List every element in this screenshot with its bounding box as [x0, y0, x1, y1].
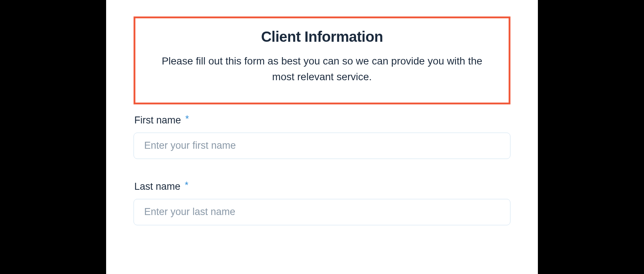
- first-name-input[interactable]: [134, 133, 510, 159]
- form-description: Please fill out this form as best you ca…: [150, 53, 494, 85]
- last-name-label-row: Last name *: [134, 181, 510, 192]
- form-header-box: Client Information Please fill out this …: [134, 16, 510, 104]
- form-page: Client Information Please fill out this …: [106, 0, 538, 274]
- required-asterisk-icon: *: [185, 180, 188, 190]
- form-title: Client Information: [150, 29, 494, 45]
- first-name-field: First name *: [134, 115, 510, 159]
- last-name-label: Last name: [134, 181, 180, 192]
- last-name-field: Last name *: [134, 181, 510, 225]
- required-asterisk-icon: *: [186, 114, 189, 124]
- first-name-label: First name: [134, 115, 181, 126]
- last-name-input[interactable]: [134, 199, 510, 225]
- first-name-label-row: First name *: [134, 115, 510, 126]
